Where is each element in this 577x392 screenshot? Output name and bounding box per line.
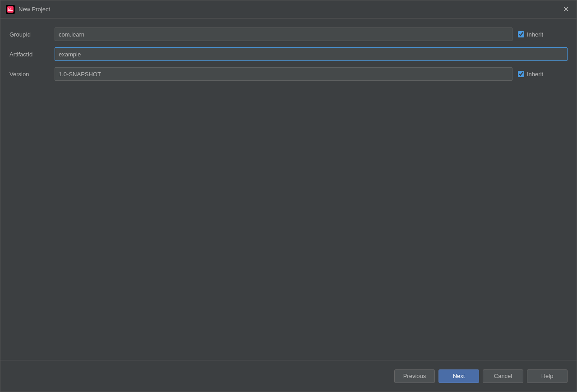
version-inherit-label[interactable]: Inherit	[527, 71, 543, 78]
groupid-inherit-container: Inherit	[518, 31, 568, 38]
new-project-dialog: IJ New Project ✕ GroupId Inherit Artifac…	[0, 0, 577, 392]
version-inherit-checkbox[interactable]	[518, 71, 524, 77]
groupid-input[interactable]	[55, 28, 512, 41]
title-bar: IJ New Project ✕	[0, 0, 577, 18]
artifactid-input-container	[55, 47, 568, 61]
close-button[interactable]: ✕	[560, 4, 571, 15]
footer: Previous Next Cancel Help	[0, 360, 577, 392]
svg-rect-2	[8, 10, 13, 11]
groupid-inherit-label[interactable]: Inherit	[527, 31, 543, 38]
groupid-label: GroupId	[9, 31, 55, 38]
cancel-button[interactable]: Cancel	[483, 369, 523, 383]
version-row: Version Inherit	[9, 67, 568, 81]
help-button[interactable]: Help	[527, 369, 568, 383]
groupid-inherit-checkbox[interactable]	[518, 31, 524, 37]
intellij-icon: IJ	[6, 5, 15, 14]
title-bar-left: IJ New Project	[6, 5, 50, 14]
groupid-row: GroupId Inherit	[9, 28, 568, 41]
previous-button[interactable]: Previous	[394, 369, 435, 383]
next-button[interactable]: Next	[439, 369, 479, 383]
version-input[interactable]	[55, 67, 512, 81]
artifactid-row: ArtifactId	[9, 47, 568, 61]
dialog-title: New Project	[18, 6, 50, 13]
groupid-input-container: Inherit	[55, 28, 568, 41]
version-inherit-container: Inherit	[518, 71, 568, 78]
version-input-container: Inherit	[55, 67, 568, 81]
version-label: Version	[9, 71, 55, 78]
svg-text:IJ: IJ	[8, 7, 11, 10]
content-area: GroupId Inherit ArtifactId Version	[0, 18, 577, 360]
artifactid-input[interactable]	[55, 47, 568, 61]
artifactid-label: ArtifactId	[9, 51, 55, 58]
